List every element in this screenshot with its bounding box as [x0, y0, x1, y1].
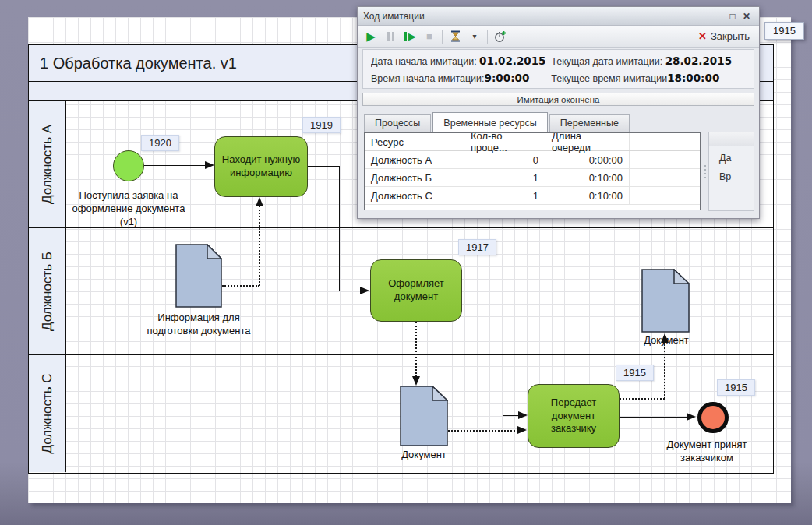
chart-options-header — [709, 132, 754, 146]
hourglass-icon[interactable] — [448, 29, 462, 44]
maximize-icon[interactable]: □ — [726, 10, 740, 23]
dialog-titlebar[interactable]: Ход имитации □ ✕ — [358, 7, 759, 26]
header-process-count[interactable]: Кол-во проце... — [464, 133, 545, 150]
cell-empty — [630, 169, 700, 186]
assoc-doc1-to-task1-arrowhead — [256, 197, 263, 206]
stop-icon[interactable]: ■ — [422, 29, 436, 44]
flow-task1-to-task2-seg1 — [308, 166, 340, 167]
current-time-row: Текущее время имитации18:00:00 — [551, 72, 746, 85]
start-time-value: 9:00:00 — [485, 72, 530, 84]
side-panel-item[interactable]: Да — [709, 146, 754, 165]
task-find-info-label: Находит нужную информацию — [218, 153, 304, 180]
close-button[interactable]: ✕ Закрыть — [698, 30, 753, 42]
task-find-info[interactable]: Находит нужную информацию — [214, 136, 308, 197]
step-icon[interactable]: ▶ — [403, 29, 417, 44]
flow-task1-to-task2-seg2 — [339, 166, 340, 291]
tab-time-resources[interactable]: Временные ресурсы — [432, 112, 547, 132]
side-panel-item[interactable]: Вр — [709, 165, 754, 184]
document-result-label: Документ — [376, 449, 472, 462]
lane-c-label-cell[interactable]: Должность С — [29, 355, 66, 472]
flow-task2-to-task3-arrowhead — [518, 411, 528, 419]
start-time-label: Время начала имитации: — [371, 73, 485, 84]
document-final-shape[interactable] — [641, 269, 690, 336]
cell-count: 1 — [464, 169, 545, 186]
current-time-value: 18:00:00 — [667, 72, 719, 84]
assoc-task3-to-doc3-seg2 — [664, 342, 665, 399]
end-event-label: Документ принят заказчиком — [641, 439, 773, 465]
task-find-info-badge: 1919 — [302, 117, 341, 133]
assoc-doc2-to-task3 — [448, 430, 518, 432]
cell-count: 0 — [464, 151, 545, 168]
table-row[interactable]: Должность С 1 0:10:00 — [365, 187, 700, 205]
cell-empty — [630, 151, 700, 168]
task-deliver-document[interactable]: Передает документ заказчику — [528, 384, 620, 448]
current-date-value: 28.02.2015 — [665, 55, 732, 67]
table-row[interactable]: Должность Б 1 0:10:00 — [365, 169, 700, 187]
add-timer-icon[interactable] — [493, 29, 507, 44]
toolbar-separator — [442, 30, 443, 44]
task-prepare-document[interactable]: Оформляет документ — [370, 259, 462, 322]
start-event-label: Поступила заявка на оформление документа… — [65, 189, 192, 229]
dialog-toolbar: ▶ ▶ ■ ▾ ✕ Закрыть — [358, 26, 759, 48]
flow-task1-to-task2-arrowhead — [360, 287, 369, 294]
close-x-icon: ✕ — [698, 30, 707, 42]
cell-resource: Должность А — [365, 151, 464, 168]
flow-task1-to-task2-seg3 — [339, 291, 361, 291]
document-result-shape[interactable] — [400, 386, 448, 449]
simulation-progress-text: Имитация окончена — [517, 95, 600, 104]
simulation-info-panel: Дата начала имитации: 01.02.2015 Текущая… — [362, 49, 754, 89]
cell-empty — [630, 187, 700, 204]
assoc-task2-to-doc2-arrowhead — [412, 376, 420, 386]
simulation-dialog: Ход имитации □ ✕ ▶ ▶ ■ ▾ — [357, 6, 760, 219]
start-event[interactable] — [113, 150, 144, 181]
flow-start-to-task1 — [144, 165, 207, 166]
task-deliver-document-badge: 1915 — [616, 365, 654, 381]
flow-task2-to-task3-seg2 — [503, 291, 503, 416]
assoc-doc1-to-task1-seg2 — [259, 206, 260, 286]
cell-queue: 0:10:00 — [545, 169, 630, 186]
tab-processes[interactable]: Процессы — [364, 114, 431, 132]
lane-b-label-cell[interactable]: Должность Б — [29, 228, 66, 354]
floating-badge: 1915 — [764, 22, 804, 40]
simulation-progress-bar: Имитация окончена — [362, 93, 754, 106]
hourglass-dropdown-icon[interactable]: ▾ — [468, 29, 482, 44]
assoc-doc1-to-task1-seg1 — [222, 285, 259, 287]
table-header-row[interactable]: Ресурс Кол-во проце... Длина очереди — [365, 133, 700, 151]
current-date-row: Текущая дата имитации: 28.02.2015 — [551, 55, 746, 68]
table-row[interactable]: Должность А 0 0:00:00 — [365, 151, 700, 169]
header-empty — [630, 133, 700, 150]
pause-icon[interactable] — [383, 29, 397, 44]
panel-splitter[interactable] — [702, 132, 708, 210]
play-icon[interactable]: ▶ — [364, 29, 378, 44]
document-info-shape[interactable] — [175, 244, 222, 311]
close-icon[interactable]: ✕ — [740, 10, 754, 23]
lane-a-label: Должность А — [40, 125, 55, 204]
close-button-label: Закрыть — [711, 30, 750, 42]
tab-variables[interactable]: Переменные — [549, 114, 630, 132]
lane-a-label-cell[interactable]: Должность А — [29, 101, 66, 227]
document-info-label: Информация для подготовки документа — [144, 312, 253, 338]
start-time-row: Время начала имитации:9:00:00 — [371, 72, 551, 85]
dialog-tabs: Процессы Временные ресурсы Переменные — [364, 111, 631, 132]
header-resource[interactable]: Ресурс — [365, 133, 464, 150]
flow-task2-to-task3-seg3 — [503, 415, 519, 416]
assoc-task2-to-doc2 — [415, 322, 417, 377]
assoc-doc2-to-task3-arrowhead — [517, 426, 527, 434]
flow-task2-to-task3-seg1 — [462, 291, 503, 291]
current-date-label: Текущая дата имитации: — [551, 56, 662, 67]
task-prepare-document-badge: 1917 — [458, 239, 496, 255]
task-prepare-document-label: Оформляет документ — [374, 277, 458, 304]
assoc-task3-to-doc3-seg1 — [620, 398, 665, 400]
cell-queue: 0:00:00 — [545, 151, 630, 168]
cell-count: 1 — [464, 187, 545, 204]
flow-task3-to-end-arrowhead — [687, 413, 696, 421]
start-date-label: Дата начала имитации: — [371, 56, 477, 67]
cell-resource: Должность С — [365, 187, 464, 204]
header-queue-length[interactable]: Длина очереди — [545, 133, 630, 150]
start-date-row: Дата начала имитации: 01.02.2015 — [371, 55, 551, 68]
process-title: 1 Обработка документа. v1 — [40, 55, 237, 72]
resources-table: Ресурс Кол-во проце... Длина очереди Дол… — [364, 132, 701, 210]
start-event-badge: 1920 — [141, 135, 179, 151]
flow-task3-to-end — [620, 417, 688, 418]
end-event[interactable] — [697, 402, 729, 433]
